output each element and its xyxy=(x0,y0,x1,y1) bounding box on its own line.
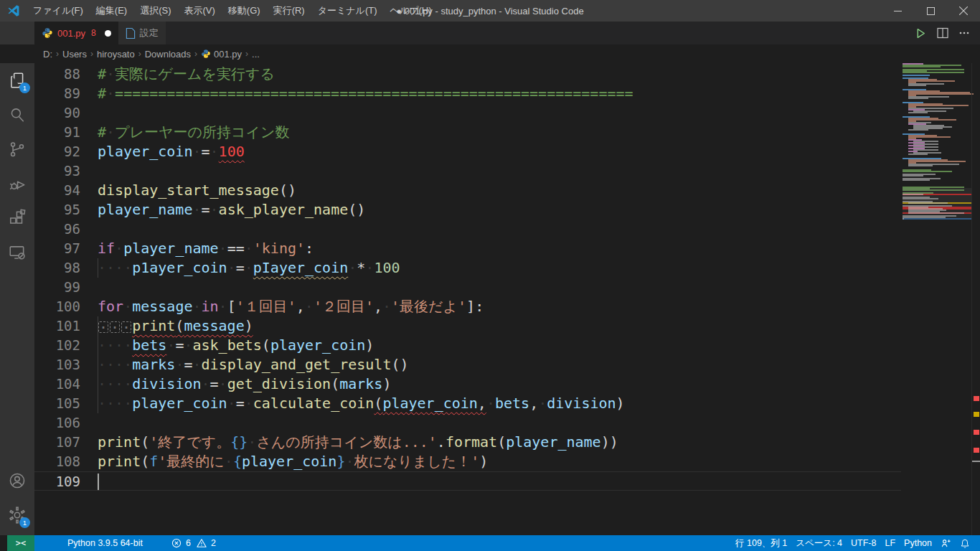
token: ·さんの所持コイン数は...' xyxy=(248,433,437,451)
language-mode[interactable]: Python xyxy=(900,535,936,551)
code-line-97[interactable]: 97if·player_name·==·'king': xyxy=(34,239,901,258)
token: ·=· xyxy=(166,336,192,354)
code-line-102[interactable]: 102····bets·=·ask_bets(player_coin) xyxy=(34,336,901,355)
menu-item-2[interactable]: 選択(S) xyxy=(133,0,177,22)
minimize-button[interactable] xyxy=(881,0,914,22)
code-line-103[interactable]: 103····marks·=·display_and_get_result() xyxy=(34,355,901,375)
indentation-setting[interactable]: スペース: 4 xyxy=(791,535,847,551)
tab-error-count: 8 xyxy=(91,28,96,38)
cursor-position[interactable]: 行 109、列 1 xyxy=(731,535,791,551)
token: format xyxy=(446,433,497,451)
token: : xyxy=(305,240,314,257)
code-line-94[interactable]: 94display_start_message() xyxy=(34,181,901,200)
line-number: 97 xyxy=(34,239,80,258)
maximize-button[interactable] xyxy=(914,0,947,22)
line-number: 108 xyxy=(34,452,80,471)
menu-item-7[interactable]: ヘルプ(H) xyxy=(384,0,438,22)
breadcrumb-item[interactable]: Users xyxy=(62,49,87,60)
token: p1ayer_coin xyxy=(132,259,227,276)
code-line-96[interactable]: 96 xyxy=(34,220,901,239)
token: ···· xyxy=(98,375,132,392)
remote-icon: >< xyxy=(16,538,26,548)
breadcrumb-item[interactable]: 001.py xyxy=(201,49,242,60)
token: ·==· xyxy=(219,240,253,257)
code-line-100[interactable]: 100for·message·in·['１回目',·'２回目',·'最後だよ']… xyxy=(34,297,901,316)
sidebar-item-remote-explorer[interactable] xyxy=(0,235,34,270)
code-line-92[interactable]: 92player_coin·=·100 xyxy=(34,142,901,161)
token: '１回目' xyxy=(236,298,296,315)
code-line-89[interactable]: 89#·====================================… xyxy=(34,84,901,103)
token: #·プレーヤーの所持コイン数 xyxy=(98,123,289,141)
menu-item-3[interactable]: 表示(V) xyxy=(178,0,222,22)
python-interpreter[interactable]: Python 3.9.5 64-bit xyxy=(63,535,147,551)
menu-item-1[interactable]: 編集(E) xyxy=(90,0,133,22)
tab-001py[interactable]: 001.py 8 xyxy=(34,22,118,44)
encoding-setting[interactable]: UTF-8 xyxy=(847,535,880,551)
token: ·=· xyxy=(227,395,253,412)
code-line-109[interactable]: 109 xyxy=(34,471,901,491)
token: } xyxy=(336,453,345,470)
sidebar-item-source-control[interactable] xyxy=(0,132,34,166)
code-editor[interactable]: 88#·実際にゲームを実行する89#·=====================… xyxy=(34,63,980,535)
code-line-99[interactable]: 99 xyxy=(34,278,901,297)
breadcrumb-item[interactable]: Downloads xyxy=(145,49,191,60)
menu-item-5[interactable]: 実行(R) xyxy=(267,0,311,22)
breadcrumb-item[interactable]: ... xyxy=(252,49,260,60)
breadcrumb-item[interactable]: D: xyxy=(43,49,52,60)
token: '２回目' xyxy=(314,298,374,315)
tab-settings[interactable]: 設定 xyxy=(118,22,166,44)
problems-indicator[interactable]: 6 2 xyxy=(167,535,220,551)
menu-item-0[interactable]: ファイル(F) xyxy=(27,0,90,22)
code-line-95[interactable]: 95player_name·=·ask_player_name() xyxy=(34,200,901,220)
more-actions-button[interactable] xyxy=(958,27,970,39)
token: ,· xyxy=(296,298,314,315)
token: display_and_get_result xyxy=(202,356,392,373)
code-line-107[interactable]: 107print('終了です。{}·さんの所持コイン数は...'.format(… xyxy=(34,433,901,452)
line-content: player_name·=·ask_player_name() xyxy=(98,200,901,220)
menu-item-6[interactable]: ターミナル(T) xyxy=(311,0,384,22)
run-python-file-button[interactable] xyxy=(915,27,927,39)
code-line-106[interactable]: 106 xyxy=(34,413,901,433)
feedback-button[interactable] xyxy=(936,535,956,551)
code-line-88[interactable]: 88#·実際にゲームを実行する xyxy=(34,65,901,84)
eol-setting[interactable]: LF xyxy=(880,535,900,551)
split-editor-button[interactable] xyxy=(937,27,948,39)
code-line-90[interactable]: 90 xyxy=(34,103,901,123)
sidebar-item-explorer[interactable]: 1 xyxy=(0,63,34,98)
line-number: 94 xyxy=(34,181,80,200)
token: #·======================================… xyxy=(98,85,633,102)
close-button[interactable] xyxy=(947,0,980,22)
code-line-104[interactable]: 104····division·=·get_division(marks) xyxy=(34,375,901,394)
tab-label: 001.py xyxy=(57,28,85,39)
token: ) xyxy=(365,336,374,354)
feedback-icon xyxy=(941,538,951,549)
notifications-button[interactable] xyxy=(956,535,974,551)
breadcrumb-item[interactable]: hiroysato xyxy=(97,49,135,60)
token: message xyxy=(184,317,244,334)
token: display_start_message xyxy=(98,182,279,199)
ruler-problem-mark xyxy=(974,412,979,417)
minimap-slider[interactable] xyxy=(903,188,971,220)
ruler-problem-mark xyxy=(974,396,979,401)
remote-indicator[interactable]: >< xyxy=(7,535,34,551)
code-line-108[interactable]: 108print(f'最終的に·{player_coin}·枚になりました！') xyxy=(34,452,901,471)
token: ,· xyxy=(374,298,391,315)
code-line-105[interactable]: 105····player_coin·=·calculate_coin(play… xyxy=(34,394,901,413)
sidebar-item-search[interactable] xyxy=(0,98,34,132)
code-line-101[interactable]: 101···print(message) xyxy=(34,316,901,336)
token: print xyxy=(98,453,141,470)
sidebar-item-run-debug[interactable] xyxy=(0,166,34,201)
code-line-93[interactable]: 93 xyxy=(34,161,901,181)
tab-label: 設定 xyxy=(140,27,159,39)
code-line-98[interactable]: 98····p1ayer_coin·=·pIayer_coin·*·100 xyxy=(34,258,901,278)
line-number: 99 xyxy=(34,278,80,297)
menu-item-4[interactable]: 移動(G) xyxy=(222,0,267,22)
token: print xyxy=(98,433,141,451)
modified-dot-icon[interactable] xyxy=(105,30,111,37)
code-line-91[interactable]: 91#·プレーヤーの所持コイン数 xyxy=(34,123,901,142)
settings-gear-button[interactable]: 1 xyxy=(0,498,34,532)
source-control-branch-icon xyxy=(8,140,27,159)
settings-badge: 1 xyxy=(19,517,30,528)
account-button[interactable] xyxy=(0,463,34,498)
sidebar-item-extensions[interactable] xyxy=(0,201,34,235)
